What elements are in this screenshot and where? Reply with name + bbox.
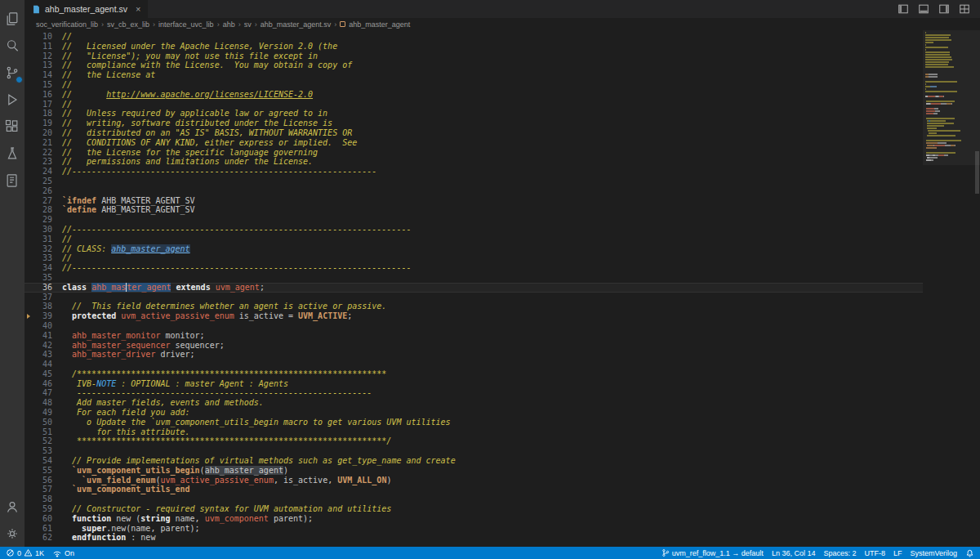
network-indicator[interactable]: On	[52, 549, 74, 557]
notebook-icon[interactable]	[0, 167, 24, 194]
code-line[interactable]: 11// Licensed under the Apache License, …	[24, 42, 923, 51]
gutter[interactable]	[24, 42, 33, 51]
gutter[interactable]	[24, 100, 33, 110]
cursor-position[interactable]: Ln 36, Col 14	[772, 549, 816, 557]
code-line[interactable]: 26	[24, 186, 923, 196]
code-line[interactable]: 28`define AHB_MASTER_AGENT_SV	[24, 205, 923, 215]
gutter[interactable]	[24, 466, 33, 476]
explorer-icon[interactable]	[0, 5, 24, 32]
code-line[interactable]: 27`ifndef AHB_MASTER_AGENT_SV	[24, 196, 923, 206]
code-line[interactable]: 51 for this attribute.	[24, 427, 923, 437]
scrollbar-thumb[interactable]	[975, 151, 979, 194]
gutter[interactable]	[24, 138, 33, 148]
toggle-primary-sidebar-icon[interactable]	[898, 3, 909, 15]
code-line[interactable]: 36class ahb_master_agent extends uvm_age…	[24, 283, 923, 293]
code-line[interactable]: 33//	[24, 253, 923, 263]
gutter[interactable]	[24, 215, 33, 225]
testing-icon[interactable]	[0, 140, 24, 167]
code-line[interactable]: 19// writing, software distributed under…	[24, 119, 923, 128]
gutter[interactable]	[24, 321, 33, 331]
code-line[interactable]: 30//------------------------------------…	[24, 225, 923, 235]
code-line[interactable]: 12// "License"); you may not use this fi…	[24, 51, 923, 61]
gutter[interactable]	[24, 533, 33, 543]
gutter[interactable]	[24, 60, 33, 70]
code-line[interactable]: 24//------------------------------------…	[24, 167, 923, 177]
extensions-icon[interactable]	[0, 113, 24, 140]
code-line[interactable]: 57 `uvm_component_utils_end	[24, 485, 923, 494]
code-line[interactable]: 31//	[24, 235, 923, 244]
breadcrumb-item[interactable]: ahb_master_agent.sv	[261, 20, 332, 29]
gutter[interactable]	[24, 273, 33, 283]
code-line[interactable]: 13// compliance with the License. You ma…	[24, 60, 923, 70]
env-selector[interactable]: uvm_ref_flow_1.1 → default	[662, 548, 764, 557]
code-line[interactable]: 56 `uvm_field_enum(uvm_active_passive_en…	[24, 476, 923, 485]
gutter[interactable]	[24, 205, 33, 215]
gutter[interactable]	[24, 177, 33, 186]
gutter[interactable]	[24, 494, 33, 504]
notifications-bell[interactable]	[965, 548, 974, 557]
eol-selector[interactable]: LF	[893, 549, 902, 557]
gutter[interactable]	[24, 196, 33, 206]
code-line[interactable]: 25	[24, 177, 923, 186]
code-line[interactable]: 55 `uvm_component_utils_begin(ahb_master…	[24, 466, 923, 476]
breadcrumb-item[interactable]: soc_verification_lib	[36, 20, 98, 29]
gutter[interactable]	[24, 70, 33, 80]
run-debug-icon[interactable]	[0, 86, 24, 113]
code-editor[interactable]: 10//11// Licensed under the Apache Licen…	[24, 30, 980, 547]
code-line[interactable]: 61 super.new(name, parent);	[24, 524, 923, 534]
code-line[interactable]: 53	[24, 446, 923, 456]
code-line[interactable]: 49 For each field you add:	[24, 408, 923, 418]
code-line[interactable]: 52 *************************************…	[24, 436, 923, 446]
gutter[interactable]	[24, 485, 33, 494]
gutter[interactable]	[24, 293, 33, 302]
gutter[interactable]	[24, 524, 33, 534]
code-line[interactable]: 18// Unless required by applicable law o…	[24, 109, 923, 119]
gutter[interactable]	[24, 388, 33, 398]
code-line[interactable]: 29	[24, 215, 923, 225]
breadcrumb-item[interactable]: interface_uvc_lib	[158, 20, 214, 29]
language-selector[interactable]: SystemVerilog	[910, 549, 957, 557]
code-line[interactable]: 35	[24, 273, 923, 283]
code-line[interactable]: 17//	[24, 100, 923, 110]
code-line[interactable]: 21// CONDITIONS OF ANY KIND, either expr…	[24, 138, 923, 148]
gutter[interactable]	[24, 436, 33, 446]
source-control-icon[interactable]	[0, 59, 24, 86]
gutter[interactable]	[24, 418, 33, 427]
gutter[interactable]	[24, 350, 33, 360]
code-line[interactable]: 43 ahb_master_driver driver;	[24, 350, 923, 360]
gutter[interactable]	[24, 90, 33, 100]
code-line[interactable]: 45 /************************************…	[24, 369, 923, 379]
gutter[interactable]	[24, 504, 33, 514]
gutter[interactable]	[24, 408, 33, 418]
code-line[interactable]: 15//	[24, 80, 923, 90]
gutter[interactable]	[24, 157, 33, 167]
code-line[interactable]: 46 IVB-NOTE : OPTIONAL : master Agent : …	[24, 379, 923, 389]
code-line[interactable]: 59 // Constructor - required syntax for …	[24, 504, 923, 514]
indentation-selector[interactable]: Spaces: 2	[823, 549, 856, 557]
gutter[interactable]	[24, 341, 33, 351]
gutter[interactable]	[24, 235, 33, 244]
minimap[interactable]	[925, 32, 973, 162]
customize-layout-icon[interactable]	[959, 3, 970, 15]
gutter[interactable]	[24, 109, 33, 119]
gutter[interactable]	[24, 476, 33, 485]
gutter[interactable]	[24, 244, 33, 254]
code-line[interactable]: 48 Add master fields, events and methods…	[24, 398, 923, 408]
code-line[interactable]: 20// distributed on an "AS IS" BASIS, WI…	[24, 128, 923, 138]
breadcrumb-item[interactable]: sv_cb_ex_lib	[107, 20, 149, 29]
gutter[interactable]	[24, 32, 33, 42]
gutter[interactable]	[24, 446, 33, 456]
gutter[interactable]	[24, 302, 33, 311]
gutter[interactable]	[24, 148, 33, 158]
gutter[interactable]	[24, 186, 33, 196]
close-tab-icon[interactable]: ×	[136, 4, 140, 14]
gutter[interactable]	[24, 369, 33, 379]
code-line[interactable]: 39 protected uvm_active_passive_enum is_…	[24, 311, 923, 321]
code-line[interactable]: 42 ahb_master_sequencer sequencer;	[24, 341, 923, 351]
gutter[interactable]	[24, 331, 33, 341]
code-line[interactable]: 58	[24, 494, 923, 504]
encoding-selector[interactable]: UTF-8	[864, 549, 885, 557]
breadcrumb-item[interactable]: sv	[244, 20, 252, 29]
gutter[interactable]	[24, 80, 33, 90]
code-line[interactable]: 38 // This field determines whether an a…	[24, 302, 923, 311]
